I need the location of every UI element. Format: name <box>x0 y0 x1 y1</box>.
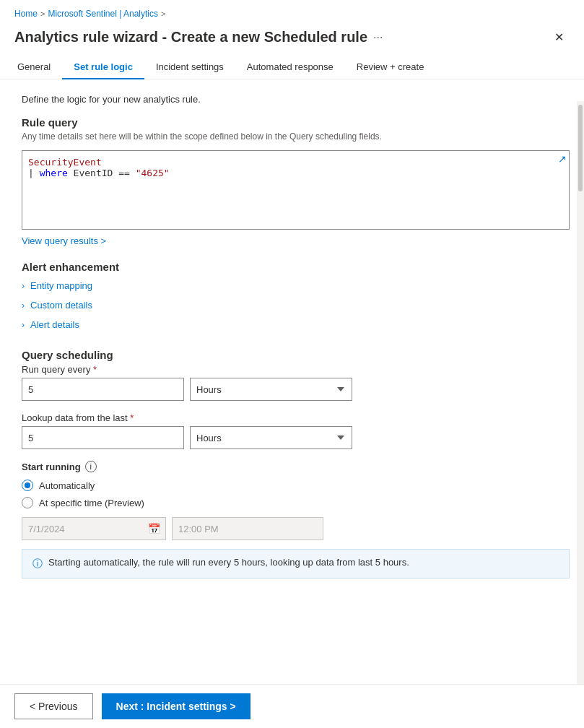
info-box-icon: ⓘ <box>32 558 43 571</box>
run-query-row: Hours Minutes Days <box>22 378 570 401</box>
breadcrumb-sep-2: > <box>161 9 165 18</box>
query-line-1: SecurityEvent <box>28 157 563 168</box>
query-pipe: | <box>28 168 40 178</box>
query-where-kw: where <box>40 168 68 178</box>
datetime-row: 📅 <box>22 517 570 540</box>
tab-review-create[interactable]: Review + create <box>345 56 436 79</box>
lookup-data-row: Hours Minutes Days <box>22 426 570 449</box>
custom-details-label: Custom details <box>30 300 92 311</box>
breadcrumb: Home > Microsoft Sentinel | Analytics > <box>0 0 584 25</box>
calendar-icon: 📅 <box>148 523 160 534</box>
alert-details-label: Alert details <box>30 319 79 330</box>
start-running-info-icon[interactable]: i <box>85 461 97 472</box>
lookup-data-group: Lookup data from the last * Hours Minute… <box>22 412 570 449</box>
radio-group: Automatically At specific time (Preview) <box>22 480 570 508</box>
tab-bar: General Set rule logic Incident settings… <box>0 56 584 79</box>
query-scheduling-section: Query scheduling Run query every * Hours… <box>22 349 570 578</box>
breadcrumb-sentinel[interactable]: Microsoft Sentinel | Analytics <box>48 9 158 19</box>
date-input <box>22 517 166 540</box>
radio-automatically-circle <box>22 480 33 491</box>
breadcrumb-home[interactable]: Home <box>14 9 38 19</box>
next-button[interactable]: Next : Incident settings > <box>102 693 250 719</box>
lookup-data-required: * <box>130 412 134 423</box>
entity-mapping-label: Entity mapping <box>30 280 92 291</box>
tab-automated-response[interactable]: Automated response <box>235 56 345 79</box>
radio-specific-time-circle <box>22 497 33 508</box>
more-options-icon[interactable]: ··· <box>373 31 383 44</box>
run-query-label: Run query every * <box>22 364 570 375</box>
run-query-required: * <box>93 364 97 375</box>
alert-enhancement-section: Alert enhancement › Entity mapping › Cus… <box>22 261 570 334</box>
query-scheduling-title: Query scheduling <box>22 349 570 361</box>
chevron-entity-icon: › <box>22 281 25 291</box>
start-running-label: Start running i <box>22 461 570 472</box>
rule-query-subtitle: Any time details set here will be within… <box>22 131 570 142</box>
chevron-alert-icon: › <box>22 320 25 330</box>
tab-set-rule-logic[interactable]: Set rule logic <box>62 56 144 79</box>
query-condition: EventID == <box>68 168 136 178</box>
radio-specific-time-label: At specific time (Preview) <box>39 498 144 508</box>
expand-icon[interactable]: ↗ <box>558 153 567 165</box>
previous-button[interactable]: < Previous <box>14 693 93 719</box>
scrollbar[interactable] <box>577 101 584 685</box>
query-editor-wrapper: ↗ SecurityEvent | where EventID == "4625… <box>22 150 570 230</box>
lookup-data-label: Lookup data from the last * <box>22 412 570 423</box>
tab-general[interactable]: General <box>14 56 62 79</box>
info-box-text: Starting automatically, the rule will ru… <box>48 557 409 568</box>
radio-automatically-label: Automatically <box>39 480 95 491</box>
view-query-link[interactable]: View query results > <box>22 235 106 246</box>
rule-query-section: Rule query Any time details set here wil… <box>22 116 570 261</box>
date-input-wrapper: 📅 <box>22 517 166 540</box>
title-bar: Analytics rule wizard - Create a new Sch… <box>0 25 584 56</box>
query-editor[interactable]: SecurityEvent | where EventID == "4625" <box>22 150 570 230</box>
lookup-data-input[interactable] <box>22 426 184 449</box>
query-line-2: | where EventID == "4625" <box>28 168 563 178</box>
alert-details-item[interactable]: › Alert details <box>22 315 570 334</box>
custom-details-item[interactable]: › Custom details <box>22 295 570 315</box>
rule-query-title: Rule query <box>22 116 570 129</box>
radio-automatically[interactable]: Automatically <box>22 480 570 491</box>
alert-enhancement-title: Alert enhancement <box>22 261 570 273</box>
bottom-nav: < Previous Next : Incident settings > <box>0 684 584 728</box>
time-input <box>172 517 323 540</box>
info-box: ⓘ Starting automatically, the rule will … <box>22 549 570 578</box>
run-query-group: Run query every * Hours Minutes Days <box>22 364 570 401</box>
entity-mapping-item[interactable]: › Entity mapping <box>22 276 570 295</box>
chevron-custom-icon: › <box>22 300 25 311</box>
query-value: "4625" <box>136 168 170 178</box>
close-button[interactable]: ✕ <box>549 27 570 47</box>
run-query-input[interactable] <box>22 378 184 401</box>
breadcrumb-sep-1: > <box>40 9 45 18</box>
main-content: Define the logic for your new analytics … <box>0 79 584 684</box>
start-running-section: Start running i Automatically At specifi… <box>22 461 570 578</box>
radio-specific-time[interactable]: At specific time (Preview) <box>22 497 570 508</box>
section-description: Define the logic for your new analytics … <box>22 94 570 105</box>
lookup-data-unit-select[interactable]: Hours Minutes Days <box>190 426 352 449</box>
tab-incident-settings[interactable]: Incident settings <box>144 56 235 79</box>
run-query-unit-select[interactable]: Hours Minutes Days <box>190 378 352 401</box>
page-title: Analytics rule wizard - Create a new Sch… <box>14 29 367 46</box>
